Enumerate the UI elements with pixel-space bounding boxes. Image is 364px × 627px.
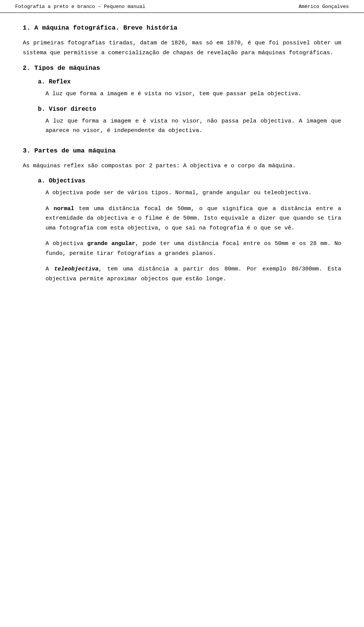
body2-prefix: A (46, 206, 53, 212)
body4-prefix: A (46, 266, 54, 272)
subsection-2a: a. Reflex A luz que forma a imagem e é v… (23, 79, 341, 99)
subsection-3a-label: a. Objectivas (38, 178, 341, 184)
section-2-block: 2. Tipos de máquinas a. Reflex A luz que… (23, 64, 341, 136)
section-3-block: 3. Partes de uma máquina As máquinas ref… (23, 147, 341, 284)
main-content: 1. A máquina fotográfica. Breve história… (0, 24, 364, 313)
subsection-2b-label: b. Visor directo (38, 106, 341, 113)
page-header: Fotografia a preto e branco – Pequeno ma… (0, 0, 364, 13)
section-3-body: As máquinas reflex são compostas por 2 p… (23, 161, 341, 171)
subsection-2b-body: A luz que forma a imagem e é vista no vi… (46, 116, 341, 136)
body2-bold: normal (53, 206, 74, 212)
subsection-3a-body1: A objectiva pode ser de vários tipos. No… (46, 188, 341, 198)
subsection-2b: b. Visor directo A luz que forma a image… (23, 106, 341, 136)
section-1-heading: 1. A máquina fotográfica. Breve história (23, 24, 341, 31)
section-3-heading: 3. Partes de uma máquina (23, 147, 341, 154)
body3-bold: grande angular (87, 240, 135, 247)
subsection-3a-body3: A objectiva grande angular, pode ter uma… (46, 239, 341, 258)
subsection-3a: a. Objectivas A objectiva pode ser de vá… (23, 178, 341, 284)
header-author: Américo Gonçalves (298, 4, 349, 9)
section-1-block: 1. A máquina fotográfica. Breve história… (23, 24, 341, 58)
body4-bolditalic: teleobjectiva (54, 266, 99, 272)
section-1-body: As primeiras fotografias tiradas, datam … (23, 38, 341, 58)
subsection-3a-body4: A teleobjectiva, tem uma distância a par… (46, 264, 341, 284)
body3-prefix: A objectiva (46, 240, 87, 247)
body2-rest: tem uma distância focal de 50mm, o que s… (46, 206, 341, 231)
subsection-2a-body: A luz que forma a imagem e é vista no vi… (46, 89, 341, 99)
section-2-heading: 2. Tipos de máquinas (23, 64, 341, 72)
page: Fotografia a preto e branco – Pequeno ma… (0, 0, 364, 627)
header-title: Fotografia a preto e branco – Pequeno ma… (15, 4, 145, 9)
subsection-2a-label: a. Reflex (38, 79, 341, 85)
subsection-3a-body2: A normal tem uma distância focal de 50mm… (46, 204, 341, 233)
